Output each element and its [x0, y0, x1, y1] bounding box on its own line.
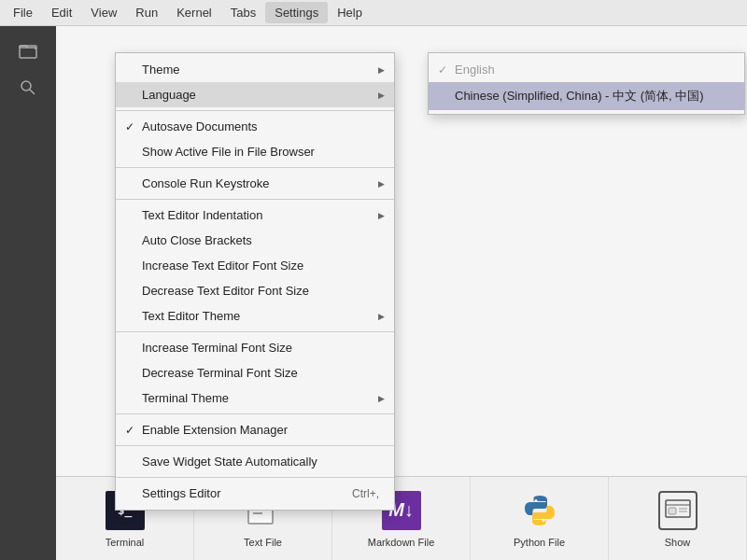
- launcher-label-python: Python File: [514, 537, 565, 548]
- separator-3: [116, 199, 394, 200]
- launcher-item-show[interactable]: Show: [609, 477, 747, 560]
- menu-tabs[interactable]: Tabs: [221, 2, 265, 23]
- separator-5: [116, 413, 394, 414]
- menu-item-save-widget-label: Save Widget State Automatically: [142, 455, 317, 469]
- svg-rect-11: [669, 508, 676, 514]
- menu-item-show-active[interactable]: Show Active File in File Browser: [116, 139, 394, 164]
- menu-item-inc-term-font[interactable]: Increase Terminal Font Size: [116, 335, 394, 360]
- menu-item-settings-editor[interactable]: Settings Editor Ctrl+,: [116, 481, 394, 506]
- svg-point-8: [542, 519, 544, 522]
- separator-6: [116, 445, 394, 446]
- sidebar: [0, 26, 56, 560]
- content-area: Theme Language Autosave Documents Show A…: [56, 26, 747, 560]
- menubar: File Edit View Run Kernel Tabs Settings …: [0, 0, 747, 26]
- menu-run[interactable]: Run: [126, 2, 167, 23]
- menu-item-show-active-label: Show Active File in File Browser: [142, 145, 315, 159]
- menu-item-inc-font-label: Increase Text Editor Font Size: [142, 259, 303, 273]
- separator-2: [116, 167, 394, 168]
- menu-item-settings-editor-shortcut: Ctrl+,: [333, 487, 379, 500]
- menu-help[interactable]: Help: [328, 2, 372, 23]
- settings-menu: Theme Language Autosave Documents Show A…: [115, 52, 395, 511]
- launcher-label-textfile: Text File: [244, 537, 282, 548]
- menu-item-theme[interactable]: Theme: [116, 57, 394, 82]
- menu-item-text-indent-label: Text Editor Indentation: [142, 208, 262, 222]
- python-icon: [519, 490, 560, 531]
- menu-item-dec-font[interactable]: Decrease Text Editor Font Size: [116, 278, 394, 303]
- show-icon: [657, 490, 698, 531]
- menu-item-term-theme[interactable]: Terminal Theme: [116, 385, 394, 411]
- menu-item-autosave-label: Autosave Documents: [142, 119, 258, 133]
- menu-item-ext-manager-label: Enable Extension Manager: [142, 423, 288, 437]
- menu-item-language[interactable]: Language: [116, 82, 394, 107]
- launcher-label-show: Show: [665, 537, 691, 548]
- menu-edit[interactable]: Edit: [42, 2, 81, 23]
- launcher-label-terminal: Terminal: [106, 537, 145, 548]
- menu-item-editor-theme[interactable]: Text Editor Theme: [116, 303, 394, 329]
- lang-item-english-label: English: [455, 63, 495, 77]
- lang-item-chinese-simplified[interactable]: Chinese (Simplified, China) - 中文 (简体, 中国…: [429, 82, 744, 110]
- menu-item-console-run[interactable]: Console Run Keystroke: [116, 171, 394, 196]
- menu-item-term-theme-label: Terminal Theme: [142, 391, 229, 405]
- separator-1: [116, 110, 394, 111]
- svg-point-7: [534, 499, 537, 502]
- lang-item-english[interactable]: English: [429, 57, 744, 82]
- menu-item-dec-font-label: Decrease Text Editor Font Size: [142, 284, 309, 298]
- menu-item-settings-editor-label: Settings Editor: [142, 486, 221, 500]
- separator-4: [116, 331, 394, 332]
- menu-item-dec-term-font-label: Decrease Terminal Font Size: [142, 366, 298, 380]
- menu-item-inc-font[interactable]: Increase Text Editor Font Size: [116, 253, 394, 278]
- menu-item-text-indent[interactable]: Text Editor Indentation: [116, 203, 394, 228]
- menu-item-ext-manager[interactable]: Enable Extension Manager: [116, 417, 394, 442]
- launcher-label-markdown: Markdown File: [368, 537, 435, 548]
- menu-item-console-run-label: Console Run Keystroke: [142, 176, 270, 190]
- main-area: Theme Language Autosave Documents Show A…: [0, 26, 747, 560]
- menu-item-language-label: Language: [142, 88, 196, 102]
- language-submenu: English Chinese (Simplified, China) - 中文…: [428, 52, 745, 115]
- sidebar-icon-folder[interactable]: [11, 34, 45, 67]
- menu-view[interactable]: View: [81, 2, 126, 23]
- menu-item-auto-close[interactable]: Auto Close Brackets: [116, 228, 394, 253]
- separator-7: [116, 477, 394, 478]
- menu-item-inc-term-font-label: Increase Terminal Font Size: [142, 341, 292, 355]
- launcher-item-python[interactable]: Python File: [471, 477, 609, 560]
- menu-settings[interactable]: Settings: [265, 2, 328, 23]
- menu-item-auto-close-label: Auto Close Brackets: [142, 233, 252, 247]
- menu-file[interactable]: File: [4, 2, 42, 23]
- menu-item-dec-term-font[interactable]: Decrease Terminal Font Size: [116, 360, 394, 385]
- menu-item-editor-theme-label: Text Editor Theme: [142, 309, 240, 323]
- lang-item-chinese-simplified-label: Chinese (Simplified, China) - 中文 (简体, 中国…: [455, 88, 704, 105]
- menu-item-theme-label: Theme: [142, 63, 179, 77]
- menu-kernel[interactable]: Kernel: [167, 2, 221, 23]
- sidebar-icon-search[interactable]: [11, 71, 45, 105]
- menu-item-save-widget[interactable]: Save Widget State Automatically: [116, 449, 394, 474]
- svg-point-1: [21, 81, 31, 91]
- svg-line-2: [30, 90, 35, 94]
- menu-item-autosave[interactable]: Autosave Documents: [116, 114, 394, 139]
